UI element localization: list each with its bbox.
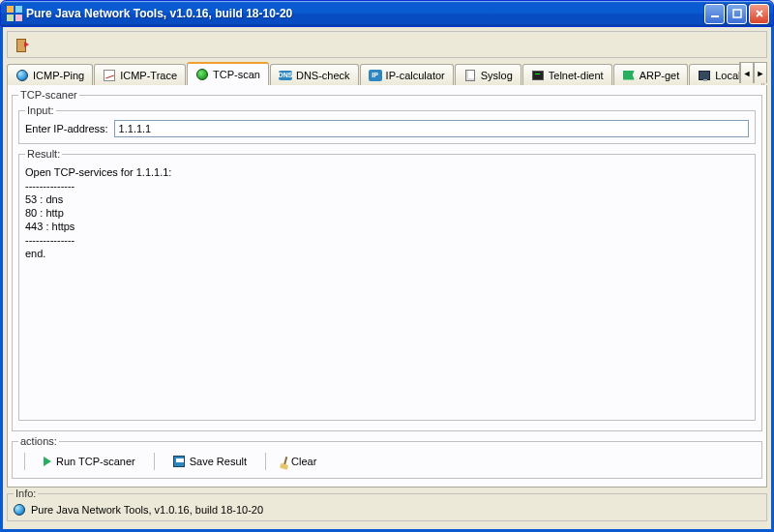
tab-scroll-right[interactable]: ► bbox=[754, 62, 767, 83]
tab-scroll: ◄ ► bbox=[739, 62, 767, 83]
info-legend: Info: bbox=[14, 488, 38, 499]
clear-label: Clear bbox=[291, 456, 316, 467]
play-icon bbox=[44, 457, 51, 466]
app-icon bbox=[7, 6, 22, 21]
tab-label: ARP-get bbox=[640, 70, 680, 81]
tab-telnet-client[interactable]: Telnet-dient bbox=[522, 64, 612, 85]
broom-icon bbox=[283, 457, 288, 466]
actions-group: actions: Run TCP-scaner Save Result Clea… bbox=[12, 435, 762, 479]
input-legend: Input: bbox=[25, 104, 56, 116]
separator bbox=[154, 453, 155, 470]
trace-icon bbox=[103, 69, 116, 82]
ip-icon: IP bbox=[369, 69, 382, 82]
tab-label: Telnet-dient bbox=[549, 70, 604, 81]
terminal-icon bbox=[531, 69, 545, 82]
tab-label: ICMP-Trace bbox=[120, 70, 177, 81]
document-icon bbox=[463, 69, 477, 82]
tab-ip-calculator[interactable]: IP IP-calculator bbox=[360, 64, 454, 85]
result-legend: Result: bbox=[25, 148, 62, 160]
tab-dns-check[interactable]: DNS DNS-check bbox=[270, 64, 359, 85]
input-label: Enter IP-address: bbox=[25, 123, 108, 134]
separator bbox=[265, 453, 266, 470]
info-group: Info: Pure Java Network Tools, v1.0.16, … bbox=[7, 488, 767, 521]
input-group: Input: Enter IP-address: bbox=[18, 104, 756, 144]
tab-label: TCP-scan bbox=[213, 69, 260, 80]
svg-rect-0 bbox=[711, 15, 719, 17]
minimize-button[interactable] bbox=[704, 4, 725, 24]
client-area: ICMP-Ping ICMP-Trace TCP-scan DNS DNS-ch… bbox=[0, 27, 774, 532]
tcp-scanner-group: TCP-scaner Input: Enter IP-address: Resu… bbox=[12, 89, 762, 431]
tab-icmp-ping[interactable]: ICMP-Ping bbox=[7, 64, 93, 85]
save-icon bbox=[173, 456, 185, 467]
globe-icon bbox=[15, 69, 29, 82]
run-label: Run TCP-scaner bbox=[56, 456, 135, 467]
info-text: Pure Java Network Tools, v1.0.16, build … bbox=[31, 504, 263, 516]
exit-button[interactable] bbox=[10, 34, 33, 55]
tab-scroll-left[interactable]: ◄ bbox=[740, 62, 754, 83]
ip-address-input[interactable] bbox=[114, 120, 749, 137]
result-textarea[interactable]: Open TCP-services for 1.1.1.1: ---------… bbox=[25, 163, 749, 414]
main-toolbar bbox=[7, 31, 767, 58]
actions-legend: actions: bbox=[18, 435, 59, 447]
dns-icon: DNS bbox=[279, 69, 292, 82]
run-scanner-button[interactable]: Run TCP-scaner bbox=[37, 453, 142, 470]
window-title: Pure Java Network Tools, v1.0.16, build … bbox=[26, 7, 702, 20]
tab-arp-get[interactable]: ARP-get bbox=[613, 64, 689, 85]
scanner-legend: TCP-scaner bbox=[18, 89, 79, 101]
close-button[interactable] bbox=[749, 4, 769, 24]
tab-tcp-scan[interactable]: TCP-scan bbox=[187, 62, 269, 85]
tab-label: ICMP-Ping bbox=[33, 70, 84, 81]
tab-label: Syslog bbox=[481, 70, 513, 81]
tabstrip: ICMP-Ping ICMP-Trace TCP-scan DNS DNS-ch… bbox=[7, 62, 767, 85]
tab-panel: TCP-scaner Input: Enter IP-address: Resu… bbox=[7, 85, 767, 488]
tab-label: IP-calculator bbox=[386, 70, 445, 81]
tab-label: DNS-check bbox=[296, 70, 350, 81]
tab-syslog[interactable]: Syslog bbox=[455, 64, 521, 85]
separator bbox=[24, 453, 25, 470]
maximize-button[interactable] bbox=[727, 4, 747, 24]
titlebar[interactable]: Pure Java Network Tools, v1.0.16, build … bbox=[0, 0, 774, 27]
result-group: Result: Open TCP-services for 1.1.1.1: -… bbox=[18, 148, 756, 421]
dot-icon bbox=[195, 68, 209, 81]
save-label: Save Result bbox=[190, 456, 247, 467]
flag-icon bbox=[622, 69, 636, 82]
svg-rect-1 bbox=[733, 10, 741, 17]
exit-icon bbox=[15, 38, 28, 51]
tab-icmp-trace[interactable]: ICMP-Trace bbox=[94, 64, 186, 85]
save-result-button[interactable]: Save Result bbox=[166, 453, 253, 470]
globe-icon bbox=[14, 504, 25, 516]
monitor-icon bbox=[698, 69, 711, 82]
clear-button[interactable]: Clear bbox=[278, 453, 323, 470]
